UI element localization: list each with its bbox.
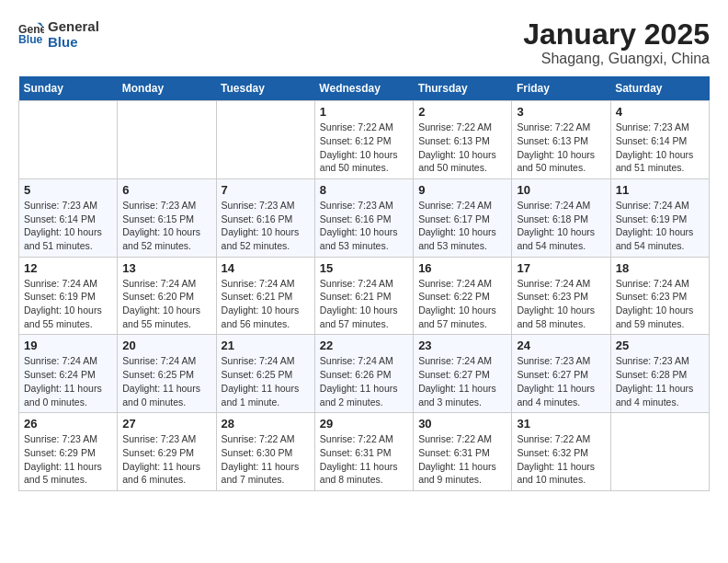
page-header: General Blue General Blue January 2025 S…	[18, 18, 710, 67]
day-number: 7	[222, 183, 310, 197]
day-info: Sunrise: 7:24 AM Sunset: 6:25 PM Dayligh…	[222, 354, 310, 408]
day-info: Sunrise: 7:22 AM Sunset: 6:13 PM Dayligh…	[517, 121, 605, 175]
day-info: Sunrise: 7:24 AM Sunset: 6:25 PM Dayligh…	[122, 354, 210, 408]
calendar-cell: 5Sunrise: 7:23 AM Sunset: 6:14 PM Daylig…	[19, 178, 118, 257]
day-number: 28	[222, 417, 310, 431]
calendar-cell: 9Sunrise: 7:24 AM Sunset: 6:17 PM Daylig…	[414, 178, 512, 257]
day-number: 19	[24, 339, 112, 352]
day-info: Sunrise: 7:24 AM Sunset: 6:23 PM Dayligh…	[616, 277, 704, 331]
month-title: January 2025	[523, 18, 710, 51]
calendar-cell: 1Sunrise: 7:22 AM Sunset: 6:12 PM Daylig…	[314, 101, 413, 179]
day-info: Sunrise: 7:23 AM Sunset: 6:15 PM Dayligh…	[122, 199, 210, 253]
day-number: 29	[320, 417, 408, 431]
calendar-cell: 6Sunrise: 7:23 AM Sunset: 6:15 PM Daylig…	[118, 178, 216, 257]
day-number: 9	[418, 183, 506, 197]
day-number: 25	[616, 339, 704, 352]
day-number: 14	[222, 261, 310, 275]
calendar-cell: 18Sunrise: 7:24 AM Sunset: 6:23 PM Dayli…	[610, 257, 709, 335]
calendar-cell: 21Sunrise: 7:24 AM Sunset: 6:25 PM Dayli…	[216, 335, 314, 413]
calendar-cell: 12Sunrise: 7:24 AM Sunset: 6:19 PM Dayli…	[19, 257, 118, 335]
day-number: 15	[320, 261, 408, 275]
week-row-1: 1Sunrise: 7:22 AM Sunset: 6:12 PM Daylig…	[19, 101, 710, 179]
calendar-cell: 11Sunrise: 7:24 AM Sunset: 6:19 PM Dayli…	[610, 178, 709, 257]
day-number: 31	[517, 417, 605, 431]
day-number: 13	[122, 261, 210, 275]
calendar-cell: 15Sunrise: 7:24 AM Sunset: 6:21 PM Dayli…	[314, 257, 413, 335]
calendar-cell	[216, 101, 314, 179]
day-number: 11	[616, 183, 704, 197]
calendar-cell: 4Sunrise: 7:23 AM Sunset: 6:14 PM Daylig…	[610, 101, 709, 179]
day-info: Sunrise: 7:23 AM Sunset: 6:14 PM Dayligh…	[24, 199, 112, 253]
calendar-cell	[19, 101, 118, 179]
day-info: Sunrise: 7:22 AM Sunset: 6:31 PM Dayligh…	[320, 432, 408, 487]
weekday-header-tuesday: Tuesday	[216, 76, 314, 101]
logo-text-general: General	[48, 18, 99, 34]
day-number: 6	[122, 183, 210, 197]
day-number: 18	[616, 261, 704, 275]
logo-text-blue: Blue	[48, 34, 99, 50]
calendar-cell: 22Sunrise: 7:24 AM Sunset: 6:26 PM Dayli…	[314, 335, 413, 413]
calendar-cell: 13Sunrise: 7:24 AM Sunset: 6:20 PM Dayli…	[118, 257, 216, 335]
day-info: Sunrise: 7:23 AM Sunset: 6:16 PM Dayligh…	[222, 199, 310, 253]
day-number: 24	[517, 339, 605, 352]
calendar-cell	[610, 413, 709, 491]
day-info: Sunrise: 7:23 AM Sunset: 6:29 PM Dayligh…	[122, 432, 210, 487]
calendar-cell: 17Sunrise: 7:24 AM Sunset: 6:23 PM Dayli…	[512, 257, 610, 335]
calendar-cell: 24Sunrise: 7:23 AM Sunset: 6:27 PM Dayli…	[512, 335, 610, 413]
week-row-5: 26Sunrise: 7:23 AM Sunset: 6:29 PM Dayli…	[19, 413, 710, 491]
title-block: January 2025 Shagang, Guangxi, China	[523, 18, 710, 67]
day-number: 5	[24, 183, 112, 197]
svg-text:Blue: Blue	[18, 33, 43, 46]
logo-icon: General Blue	[18, 21, 44, 47]
day-info: Sunrise: 7:24 AM Sunset: 6:24 PM Dayligh…	[24, 354, 112, 408]
calendar-cell: 25Sunrise: 7:23 AM Sunset: 6:28 PM Dayli…	[610, 335, 709, 413]
calendar-cell: 2Sunrise: 7:22 AM Sunset: 6:13 PM Daylig…	[414, 101, 512, 179]
day-number: 17	[517, 261, 605, 275]
day-number: 4	[616, 105, 704, 119]
calendar-cell: 28Sunrise: 7:22 AM Sunset: 6:30 PM Dayli…	[216, 413, 314, 491]
day-info: Sunrise: 7:24 AM Sunset: 6:21 PM Dayligh…	[320, 277, 408, 331]
calendar-cell	[118, 101, 216, 179]
week-row-4: 19Sunrise: 7:24 AM Sunset: 6:24 PM Dayli…	[19, 335, 710, 413]
calendar-cell: 3Sunrise: 7:22 AM Sunset: 6:13 PM Daylig…	[512, 101, 610, 179]
calendar-cell: 26Sunrise: 7:23 AM Sunset: 6:29 PM Dayli…	[19, 413, 118, 491]
calendar-cell: 19Sunrise: 7:24 AM Sunset: 6:24 PM Dayli…	[19, 335, 118, 413]
day-info: Sunrise: 7:24 AM Sunset: 6:22 PM Dayligh…	[418, 277, 506, 331]
day-info: Sunrise: 7:23 AM Sunset: 6:28 PM Dayligh…	[616, 354, 704, 408]
day-info: Sunrise: 7:23 AM Sunset: 6:16 PM Dayligh…	[320, 199, 408, 253]
week-row-2: 5Sunrise: 7:23 AM Sunset: 6:14 PM Daylig…	[19, 178, 710, 257]
day-number: 12	[24, 261, 112, 275]
calendar-cell: 10Sunrise: 7:24 AM Sunset: 6:18 PM Dayli…	[512, 178, 610, 257]
weekday-header-row: SundayMondayTuesdayWednesdayThursdayFrid…	[19, 76, 710, 101]
calendar-cell: 27Sunrise: 7:23 AM Sunset: 6:29 PM Dayli…	[118, 413, 216, 491]
day-info: Sunrise: 7:24 AM Sunset: 6:19 PM Dayligh…	[616, 199, 704, 253]
calendar-cell: 20Sunrise: 7:24 AM Sunset: 6:25 PM Dayli…	[118, 335, 216, 413]
day-number: 27	[122, 417, 210, 431]
day-number: 3	[517, 105, 605, 119]
day-number: 30	[418, 417, 506, 431]
day-number: 10	[517, 183, 605, 197]
day-info: Sunrise: 7:24 AM Sunset: 6:20 PM Dayligh…	[122, 277, 210, 331]
day-info: Sunrise: 7:24 AM Sunset: 6:23 PM Dayligh…	[517, 277, 605, 331]
calendar-cell: 14Sunrise: 7:24 AM Sunset: 6:21 PM Dayli…	[216, 257, 314, 335]
day-info: Sunrise: 7:22 AM Sunset: 6:31 PM Dayligh…	[418, 432, 506, 487]
weekday-header-thursday: Thursday	[414, 76, 512, 101]
calendar-table: SundayMondayTuesdayWednesdayThursdayFrid…	[18, 76, 710, 491]
day-info: Sunrise: 7:24 AM Sunset: 6:21 PM Dayligh…	[222, 277, 310, 331]
day-info: Sunrise: 7:23 AM Sunset: 6:14 PM Dayligh…	[616, 121, 704, 175]
calendar-cell: 31Sunrise: 7:22 AM Sunset: 6:32 PM Dayli…	[512, 413, 610, 491]
day-number: 23	[418, 339, 506, 352]
calendar-cell: 16Sunrise: 7:24 AM Sunset: 6:22 PM Dayli…	[414, 257, 512, 335]
day-number: 8	[320, 183, 408, 197]
calendar-cell: 30Sunrise: 7:22 AM Sunset: 6:31 PM Dayli…	[414, 413, 512, 491]
day-number: 2	[418, 105, 506, 119]
logo: General Blue General Blue	[18, 18, 99, 50]
calendar-cell: 8Sunrise: 7:23 AM Sunset: 6:16 PM Daylig…	[314, 178, 413, 257]
day-info: Sunrise: 7:24 AM Sunset: 6:18 PM Dayligh…	[517, 199, 605, 253]
weekday-header-saturday: Saturday	[610, 76, 709, 101]
day-info: Sunrise: 7:22 AM Sunset: 6:13 PM Dayligh…	[418, 121, 506, 175]
day-info: Sunrise: 7:22 AM Sunset: 6:12 PM Dayligh…	[320, 121, 408, 175]
day-info: Sunrise: 7:24 AM Sunset: 6:19 PM Dayligh…	[24, 277, 112, 331]
day-info: Sunrise: 7:23 AM Sunset: 6:27 PM Dayligh…	[517, 354, 605, 408]
day-number: 26	[24, 417, 112, 431]
